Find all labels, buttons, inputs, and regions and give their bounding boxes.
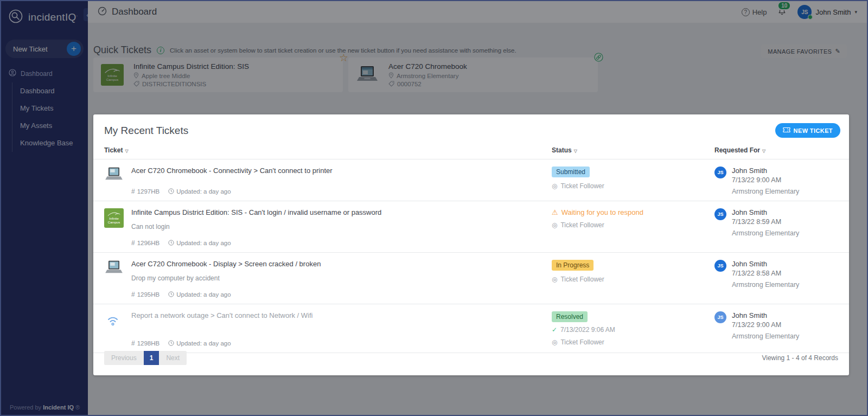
column-status[interactable]: Status▽ bbox=[552, 146, 714, 154]
new-ticket-label: New Ticket bbox=[13, 45, 48, 53]
avatar: JS bbox=[714, 167, 726, 178]
ticket-meta: # 1297HB Updated: a day ago bbox=[131, 181, 552, 195]
requested-date: 7/13/22 8:58 AM bbox=[732, 270, 799, 277]
status-badge: Resolved bbox=[552, 311, 588, 322]
status-badge: Submitted bbox=[552, 167, 590, 177]
powered-by-footer: Powered by Incident IQ ® bbox=[10, 404, 80, 411]
requested-date: 7/13/22 9:00 AM bbox=[732, 176, 799, 184]
manage-favorites-button[interactable]: MANAGE FAVORITES ✎ bbox=[761, 44, 847, 58]
ticket-title[interactable]: Acer C720 Chromebook - Display > Screen … bbox=[131, 260, 552, 268]
resolved-timestamp: ✓ 7/13/2022 9:06 AM bbox=[552, 326, 714, 334]
ticket-subtitle: Drop my computer by accident bbox=[131, 274, 552, 282]
hash-icon: # bbox=[131, 188, 135, 195]
notifications-button[interactable]: 10 bbox=[777, 6, 787, 18]
pencil-icon: ✎ bbox=[835, 48, 840, 55]
ticket-number: 1295HB bbox=[137, 291, 160, 298]
sidebar-item-my-assets[interactable]: My Assets bbox=[12, 117, 88, 135]
sidebar: incidentIQ. ‹ New Ticket + Dashboard Das… bbox=[1, 1, 88, 415]
hash-icon: # bbox=[131, 239, 135, 247]
tag-icon bbox=[388, 81, 394, 88]
wifi-icon bbox=[104, 311, 124, 328]
current-page[interactable]: 1 bbox=[144, 351, 159, 365]
table-row[interactable]: Acer C720 Chromebook - Display > Screen … bbox=[93, 252, 849, 304]
info-icon: i bbox=[157, 47, 164, 54]
help-button[interactable]: ? Help bbox=[742, 8, 767, 16]
sort-caret-icon: ▽ bbox=[125, 149, 128, 153]
table-row[interactable]: InfiniteCampus Infinite Campus District … bbox=[93, 201, 849, 252]
location-pin-icon bbox=[133, 72, 139, 80]
ticket-number: 1297HB bbox=[137, 188, 160, 195]
laptop-thumbnail bbox=[104, 167, 124, 183]
incidentiq-logo-icon bbox=[8, 8, 24, 27]
sidebar-nav: Dashboard My Tickets My Assets Knowledge… bbox=[12, 82, 88, 152]
clock-icon bbox=[168, 188, 174, 195]
column-requested-for[interactable]: Requested For▽ bbox=[714, 146, 838, 154]
help-label: Help bbox=[752, 8, 767, 16]
sidebar-item-knowledge-base[interactable]: Knowledge Base bbox=[12, 135, 88, 152]
follower-icon: ◎ bbox=[552, 221, 557, 229]
sort-caret-icon: ▽ bbox=[762, 149, 765, 153]
ticket-title[interactable]: Report a network outage > Can't connect … bbox=[131, 311, 552, 319]
requester-location: Armstrong Elementary bbox=[732, 188, 799, 195]
link-icon bbox=[594, 53, 603, 64]
avatar: JS bbox=[714, 260, 726, 272]
ticket-follower: ◎ Ticket Follower bbox=[552, 276, 714, 283]
location-pin-icon bbox=[388, 72, 394, 80]
requested-date: 7/13/22 9:00 AM bbox=[732, 321, 799, 329]
table-row[interactable]: Report a network outage > Can't connect … bbox=[93, 304, 849, 353]
ticket-subtitle: Can not login bbox=[131, 223, 552, 231]
table-row[interactable]: Acer C720 Chromebook - Connectivity > Ca… bbox=[93, 159, 849, 201]
ticket-follower: ◎ Ticket Follower bbox=[552, 221, 714, 229]
column-ticket[interactable]: Ticket▽ bbox=[104, 146, 552, 154]
my-recent-tickets-panel: My Recent Tickets NEW TICKET Ticket▽ Sta… bbox=[93, 114, 849, 375]
table-header: Ticket▽ Status▽ Requested For▽ bbox=[93, 142, 849, 159]
pagination: Previous 1 Next bbox=[104, 351, 187, 365]
brand-name: incidentIQ. bbox=[28, 11, 78, 23]
requester-name: John Smith bbox=[732, 208, 799, 216]
user-circle-icon bbox=[9, 69, 16, 78]
avatar: JS bbox=[714, 208, 726, 220]
updated-text: Updated: a day ago bbox=[176, 340, 231, 347]
sidebar-item-my-tickets[interactable]: My Tickets bbox=[12, 100, 88, 117]
clock-icon bbox=[168, 340, 174, 347]
user-menu[interactable]: JS John Smith ▾ bbox=[797, 5, 857, 19]
requester-location: Armstrong Elementary bbox=[732, 229, 799, 237]
ticket-rows: Acer C720 Chromebook - Connectivity > Ca… bbox=[93, 159, 849, 353]
infinite-campus-logo: InfiniteCampus bbox=[104, 208, 124, 228]
sidebar-section-dashboard[interactable]: Dashboard bbox=[1, 65, 88, 82]
laptop-thumbnail bbox=[356, 64, 379, 86]
previous-page-button[interactable]: Previous bbox=[104, 351, 144, 365]
ticket-title[interactable]: Acer C720 Chromebook - Connectivity > Ca… bbox=[131, 167, 552, 175]
records-count: Viewing 1 - 4 of 4 Records bbox=[762, 354, 838, 362]
next-page-button[interactable]: Next bbox=[159, 351, 187, 365]
sidebar-item-dashboard[interactable]: Dashboard bbox=[12, 82, 88, 100]
warning-icon: ⚠ bbox=[552, 208, 558, 216]
sidebar-new-ticket[interactable]: New Ticket + bbox=[5, 40, 84, 58]
quick-ticket-name: Acer C720 Chromebook bbox=[388, 62, 467, 71]
quick-ticket-location: Apple tree Middle bbox=[133, 72, 249, 80]
sort-caret-icon: ▽ bbox=[574, 149, 577, 153]
plus-icon[interactable]: + bbox=[67, 42, 81, 56]
ticket-meta: # 1296HB Updated: a day ago bbox=[131, 233, 552, 247]
hash-icon: # bbox=[131, 340, 135, 347]
hash-icon: # bbox=[131, 291, 135, 298]
ticket-title[interactable]: Infinite Campus District Edition: SIS - … bbox=[131, 208, 552, 216]
follower-icon: ◎ bbox=[552, 338, 557, 346]
clock-icon bbox=[168, 291, 174, 298]
user-name: John Smith bbox=[815, 8, 851, 16]
ticket-meta: # 1298HB Updated: a day ago bbox=[131, 333, 552, 347]
sidebar-section-label: Dashboard bbox=[21, 70, 53, 78]
status-badge: In Progress bbox=[552, 260, 593, 271]
requester-location: Armstrong Elementary bbox=[732, 332, 799, 340]
new-ticket-button[interactable]: NEW TICKET bbox=[775, 123, 840, 138]
app-window: incidentIQ. ‹ New Ticket + Dashboard Das… bbox=[0, 0, 868, 416]
updated-text: Updated: a day ago bbox=[176, 188, 231, 195]
brand-header: incidentIQ. ‹ bbox=[1, 1, 88, 33]
star-icon[interactable]: ☆ bbox=[339, 53, 348, 63]
requester-location: Armstrong Elementary bbox=[732, 281, 799, 289]
help-icon: ? bbox=[742, 8, 750, 16]
quick-ticket-card-chromebook[interactable]: Acer C720 Chromebook Armstrong Elementar… bbox=[348, 57, 598, 92]
tag-icon bbox=[133, 81, 139, 88]
ticket-follower: ◎ Ticket Follower bbox=[552, 338, 714, 346]
quick-ticket-card-infinite-campus[interactable]: ☆ InfiniteCampus Infinite Campus Distric… bbox=[93, 57, 343, 92]
